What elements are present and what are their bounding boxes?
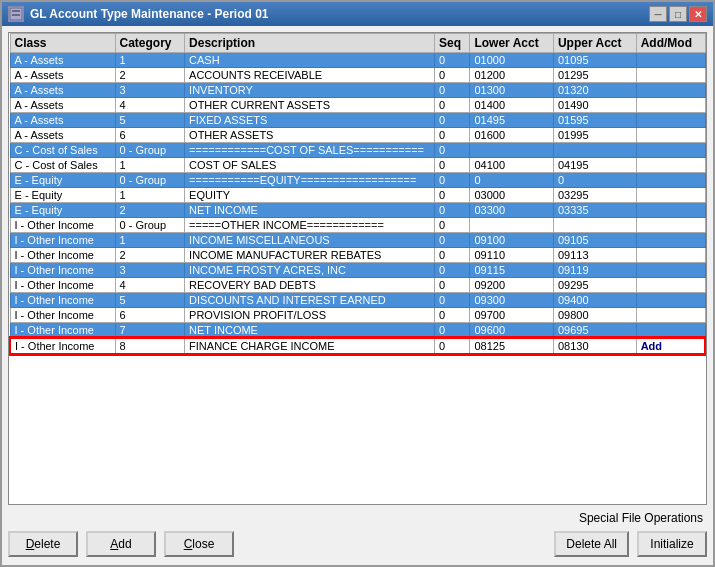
- cell-addmod: [636, 128, 705, 143]
- cell-class: I - Other Income: [10, 323, 115, 339]
- cell-class: A - Assets: [10, 53, 115, 68]
- cell-upper: 01320: [553, 83, 636, 98]
- cell-description: FINANCE CHARGE INCOME: [185, 338, 435, 354]
- cell-class: A - Assets: [10, 128, 115, 143]
- cell-category: 0 - Group: [115, 173, 185, 188]
- cell-class: C - Cost of Sales: [10, 158, 115, 173]
- table-row[interactable]: A - Assets6OTHER ASSETS00160001995: [10, 128, 705, 143]
- cell-category: 2: [115, 248, 185, 263]
- cell-class: A - Assets: [10, 113, 115, 128]
- table-row[interactable]: C - Cost of Sales0 - Group============CO…: [10, 143, 705, 158]
- table-row[interactable]: I - Other Income0 - Group=====OTHER INCO…: [10, 218, 705, 233]
- cell-upper: 09695: [553, 323, 636, 339]
- cell-upper: 09800: [553, 308, 636, 323]
- cell-category: 2: [115, 203, 185, 218]
- table-row[interactable]: E - Equity2NET INCOME00330003335: [10, 203, 705, 218]
- cell-seq: 0: [435, 158, 470, 173]
- cell-addmod: [636, 263, 705, 278]
- col-lower-acct: Lower Acct: [470, 34, 554, 53]
- table-row[interactable]: A - Assets1CASH00100001095: [10, 53, 705, 68]
- cell-lower: 09300: [470, 293, 554, 308]
- cell-seq: 0: [435, 203, 470, 218]
- table-row[interactable]: I - Other Income8FINANCE CHARGE INCOME00…: [10, 338, 705, 354]
- minimize-button[interactable]: ─: [649, 6, 667, 22]
- cell-addmod: [636, 113, 705, 128]
- cell-description: INCOME MISCELLANEOUS: [185, 233, 435, 248]
- table-row[interactable]: I - Other Income7NET INCOME00960009695: [10, 323, 705, 339]
- cell-category: 5: [115, 113, 185, 128]
- cell-category: 6: [115, 308, 185, 323]
- cell-category: 0 - Group: [115, 218, 185, 233]
- cell-lower: 04100: [470, 158, 554, 173]
- cell-lower: 0: [470, 173, 554, 188]
- cell-lower: 09600: [470, 323, 554, 339]
- table-row[interactable]: C - Cost of Sales1COST OF SALES004100041…: [10, 158, 705, 173]
- cell-lower: 03000: [470, 188, 554, 203]
- cell-upper: 08130: [553, 338, 636, 354]
- cell-category: 3: [115, 263, 185, 278]
- table-row[interactable]: E - Equity1EQUITY00300003295: [10, 188, 705, 203]
- cell-seq: 0: [435, 98, 470, 113]
- col-seq: Seq: [435, 34, 470, 53]
- table-row[interactable]: A - Assets2ACCOUNTS RECEIVABLE0012000129…: [10, 68, 705, 83]
- cell-upper: 09113: [553, 248, 636, 263]
- cell-category: 1: [115, 233, 185, 248]
- table-row[interactable]: A - Assets4OTHER CURRENT ASSETS001400014…: [10, 98, 705, 113]
- col-class: Class: [10, 34, 115, 53]
- window-title: GL Account Type Maintenance - Period 01: [30, 7, 269, 21]
- cell-class: A - Assets: [10, 83, 115, 98]
- table-row[interactable]: A - Assets3INVENTORY00130001320: [10, 83, 705, 98]
- initialize-button[interactable]: Initialize: [637, 531, 707, 557]
- table-row[interactable]: I - Other Income5DISCOUNTS AND INTEREST …: [10, 293, 705, 308]
- cell-lower: 09700: [470, 308, 554, 323]
- close-window-button[interactable]: ✕: [689, 6, 707, 22]
- cell-description: PROVISION PROFIT/LOSS: [185, 308, 435, 323]
- cell-description: ============COST OF SALES===========: [185, 143, 435, 158]
- close-button[interactable]: Close: [164, 531, 234, 557]
- delete-all-button[interactable]: Delete All: [554, 531, 629, 557]
- col-description: Description: [185, 34, 435, 53]
- cell-class: E - Equity: [10, 173, 115, 188]
- cell-seq: 0: [435, 293, 470, 308]
- cell-category: 8: [115, 338, 185, 354]
- cell-upper: [553, 218, 636, 233]
- cell-category: 1: [115, 188, 185, 203]
- cell-addmod: [636, 278, 705, 293]
- maximize-button[interactable]: □: [669, 6, 687, 22]
- cell-class: A - Assets: [10, 68, 115, 83]
- cell-category: 3: [115, 83, 185, 98]
- table-row[interactable]: I - Other Income4RECOVERY BAD DEBTS00920…: [10, 278, 705, 293]
- table-row[interactable]: I - Other Income6PROVISION PROFIT/LOSS00…: [10, 308, 705, 323]
- cell-lower: [470, 218, 554, 233]
- table-row[interactable]: I - Other Income1INCOME MISCELLANEOUS009…: [10, 233, 705, 248]
- delete-button[interactable]: Delete: [8, 531, 78, 557]
- cell-upper: 09400: [553, 293, 636, 308]
- cell-seq: 0: [435, 83, 470, 98]
- cell-class: I - Other Income: [10, 263, 115, 278]
- cell-seq: 0: [435, 278, 470, 293]
- add-button[interactable]: Add: [86, 531, 156, 557]
- table-row[interactable]: A - Assets5FIXED ASSETS00149501595: [10, 113, 705, 128]
- cell-seq: 0: [435, 173, 470, 188]
- cell-addmod: [636, 53, 705, 68]
- cell-lower: 08125: [470, 338, 554, 354]
- cell-lower: 01200: [470, 68, 554, 83]
- title-bar: GL Account Type Maintenance - Period 01 …: [2, 2, 713, 26]
- cell-category: 4: [115, 98, 185, 113]
- table-row[interactable]: I - Other Income3INCOME FROSTY ACRES, IN…: [10, 263, 705, 278]
- cell-category: 2: [115, 68, 185, 83]
- data-table-container[interactable]: Class Category Description Seq Lower Acc…: [8, 32, 707, 505]
- cell-description: EQUITY: [185, 188, 435, 203]
- cell-lower: 01300: [470, 83, 554, 98]
- table-row[interactable]: E - Equity0 - Group===========EQUITY====…: [10, 173, 705, 188]
- cell-addmod: [636, 98, 705, 113]
- initialize-label: Initialize: [650, 537, 693, 551]
- table-row[interactable]: I - Other Income2INCOME MANUFACTURER REB…: [10, 248, 705, 263]
- cell-class: A - Assets: [10, 98, 115, 113]
- cell-seq: 0: [435, 53, 470, 68]
- cell-addmod: [636, 233, 705, 248]
- cell-upper: 01095: [553, 53, 636, 68]
- cell-description: ===========EQUITY==================: [185, 173, 435, 188]
- cell-addmod: [636, 293, 705, 308]
- cell-upper: 09105: [553, 233, 636, 248]
